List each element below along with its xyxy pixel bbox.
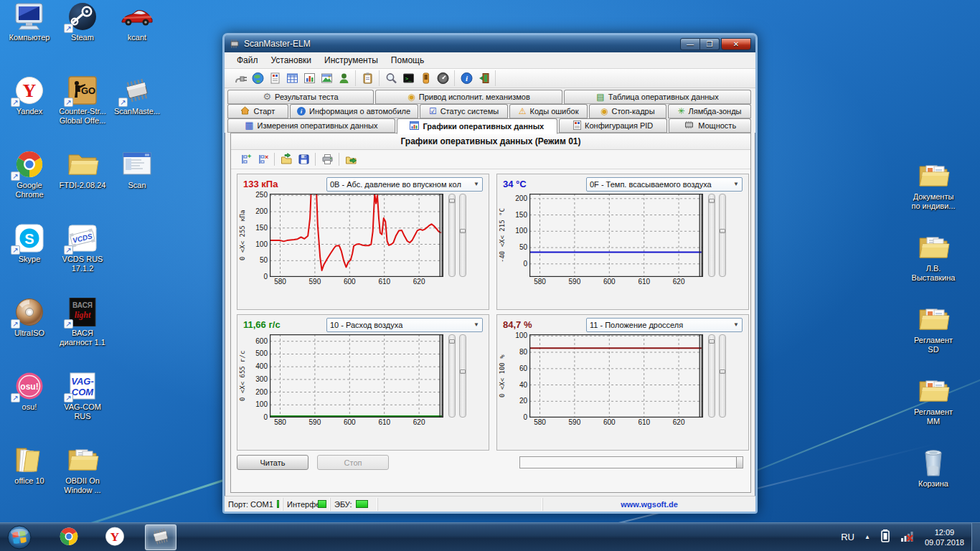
y-offset-slider[interactable]: [719, 334, 726, 418]
tab-таблица-оперативных-данных[interactable]: ▤Таблица оперативных данных: [564, 90, 751, 104]
show-desktop-button[interactable]: [971, 523, 980, 551]
y-offset-slider-handle[interactable]: [720, 229, 725, 233]
tab-статус-системы[interactable]: ☑Статус системы: [420, 104, 509, 118]
y-scale-slider-handle[interactable]: [709, 199, 715, 203]
print-button[interactable]: [319, 151, 336, 167]
y-offset-slider-handle[interactable]: [720, 369, 725, 374]
progress-handle[interactable]: [736, 457, 743, 468]
connect-toolbar-button[interactable]: [232, 70, 249, 86]
y-offset-slider[interactable]: [459, 334, 466, 418]
menu-tools[interactable]: Инструменты: [318, 53, 385, 67]
menu-settings[interactable]: Установки: [265, 53, 318, 67]
desktop-icon-vagcom-14[interactable]: VAG- COM↗VAG-COM RUS: [56, 371, 109, 445]
website-link[interactable]: www.wgsoft.de: [543, 498, 755, 511]
clock[interactable]: 12:09 09.07.2018: [925, 527, 964, 547]
desktop-icon-osu-13[interactable]: osu!↗osu!: [3, 371, 56, 445]
y-scale-slider[interactable]: [708, 194, 715, 277]
y-scale-slider-handle[interactable]: [709, 339, 715, 344]
export-button[interactable]: [342, 151, 359, 167]
desktop-icon-skype-9[interactable]: S↗Skype: [3, 223, 56, 297]
menu-help[interactable]: Помощь: [385, 53, 430, 67]
tab-коды-ошибок[interactable]: ⚠Коды ошибок: [509, 104, 587, 118]
y-offset-slider-handle[interactable]: [460, 229, 466, 233]
y-scale-slider[interactable]: [708, 334, 715, 418]
desktop-icon-folder-files-16[interactable]: OBDII On Window ...: [56, 445, 109, 519]
pid-selector[interactable]: 11 - Положение дросселя▼: [586, 318, 743, 332]
tab-измерения-оперативных-данных[interactable]: ▦Измерения оперативных данных: [227, 118, 395, 133]
desktop-icon-folder-7[interactable]: FTDI-2.08.24: [56, 149, 109, 223]
maximize-button[interactable]: ❐: [700, 38, 720, 50]
battery-icon[interactable]: [880, 529, 890, 546]
start-button[interactable]: [6, 524, 33, 551]
close-button[interactable]: ✕: [721, 38, 751, 50]
pid-doc-toolbar-button[interactable]: [266, 70, 283, 86]
desktop-icon-yandex-3[interactable]: Y↗Yandex: [3, 75, 56, 149]
pid-selector[interactable]: 0F - Темп. всасываемого воздуха▼: [586, 177, 743, 192]
hidden-icons-caret[interactable]: ▲: [864, 534, 870, 540]
grid-toolbar-button[interactable]: [283, 70, 301, 86]
info-toolbar-button[interactable]: i: [458, 70, 475, 86]
desktop-icon-chrome-6[interactable]: ↗Google Chrome: [3, 149, 56, 223]
chart-toolbar-button[interactable]: [301, 70, 318, 86]
remove-graph-button[interactable]: ×: [254, 151, 271, 167]
tab-конфигурация-pid[interactable]: Конфигурация PID: [559, 118, 667, 133]
taskbar-app-chrome[interactable]: [53, 524, 85, 550]
save-button[interactable]: [295, 151, 312, 167]
desktop-icon-cd-11[interactable]: ↗UltraISO: [3, 297, 56, 371]
minimize-button[interactable]: —: [680, 38, 700, 50]
open-button[interactable]: [278, 151, 295, 167]
progress-bar[interactable]: [519, 456, 743, 468]
exit-toolbar-button[interactable]: [475, 70, 492, 86]
taskbar-app-chip[interactable]: [145, 524, 176, 550]
pid-selector[interactable]: 0B - Абс. давление во впускном кол▼: [326, 177, 483, 192]
y-scale-slider[interactable]: [448, 334, 456, 418]
terminal-toolbar-button[interactable]: >_: [400, 70, 417, 86]
y-scale-slider-handle[interactable]: [449, 339, 455, 344]
desktop-icon-folder-docs-3[interactable]: Регламент ММ: [894, 376, 973, 448]
tab-старт[interactable]: Старт: [227, 104, 288, 118]
tab-графики-оперативных-данных[interactable]: Графики оперативных данных: [397, 118, 557, 134]
tab-информация-о-автомобиле[interactable]: iИнформация о автомобиле: [290, 104, 418, 118]
desktop-icon-recycle-4[interactable]: Корзина: [894, 448, 973, 519]
add-graph-button[interactable]: +: [237, 151, 254, 167]
tab-привод-исполнит-механизмов[interactable]: ◉Привод исполнит. механизмов: [375, 90, 562, 104]
y-scale-slider[interactable]: [448, 194, 456, 277]
y-offset-slider-handle[interactable]: [460, 369, 466, 374]
desktop-icon-folder-docs-0[interactable]: Документы по индиви...: [894, 161, 973, 232]
desktop-icon-folder-docs-2[interactable]: Регламент SD: [894, 304, 973, 376]
image-toolbar-button[interactable]: [318, 70, 335, 86]
status-port: Порт: COM1: [225, 498, 283, 511]
clipboard-toolbar-button[interactable]: [359, 70, 376, 86]
tab-мощность[interactable]: Мощность: [669, 118, 751, 133]
read-button[interactable]: Читать: [237, 455, 308, 470]
tab-результаты-теста[interactable]: ⚙Результаты теста: [227, 90, 374, 104]
desktop-icon-chip-5[interactable]: ↗ScanMaste...: [109, 75, 165, 149]
tab-стоп-кадры[interactable]: ◉Стоп-кадры: [589, 104, 666, 118]
stop-button[interactable]: Стоп: [317, 455, 389, 470]
window-titlebar[interactable]: ScanMaster-ELM — ❐ ✕: [225, 35, 755, 52]
desktop-icon-folder-open-15[interactable]: office 10: [3, 445, 56, 519]
desktop-icon-steam-1[interactable]: ↗Steam: [56, 1, 109, 75]
desktop-icon-csgo-4[interactable]: GO↗Counter-Str... Global Offe...: [56, 75, 109, 149]
tab-лямбда-зонды[interactable]: ✳Лямбда-зонды: [668, 104, 751, 118]
y-offset-slider[interactable]: [459, 194, 466, 277]
desktop-icon-computer-0[interactable]: Компьютер: [3, 1, 56, 75]
search-toolbar-button[interactable]: [382, 70, 400, 86]
desktop-icon-vcds-10[interactable]: VCDS ↗VCDS RUS 17.1.2: [56, 223, 109, 297]
pid-selector[interactable]: 10 - Расход воздуха▼: [326, 318, 483, 332]
interface-led: [318, 500, 326, 508]
device-toolbar-button[interactable]: [417, 70, 434, 86]
y-scale-slider-handle[interactable]: [449, 199, 455, 203]
globe-toolbar-button[interactable]: [249, 70, 266, 86]
gauge-toolbar-button[interactable]: [434, 70, 451, 86]
y-offset-slider[interactable]: [719, 194, 726, 277]
desktop-icon-car-2[interactable]: kcant: [109, 1, 165, 75]
menu-file[interactable]: Файл: [230, 53, 265, 67]
language-indicator[interactable]: RU: [841, 532, 854, 542]
user-toolbar-button[interactable]: [335, 70, 352, 86]
network-icon[interactable]: [900, 529, 915, 545]
desktop-icon-folder-files-1[interactable]: Л.В. Выставкина: [894, 232, 973, 304]
taskbar-app-yandex[interactable]: Y: [99, 524, 131, 550]
desktop-icon-scan-8[interactable]: Scan: [109, 149, 165, 223]
desktop-icon-vasya-12[interactable]: ВАСЯ light↗ВАСЯ диагност 1.1: [56, 297, 109, 371]
